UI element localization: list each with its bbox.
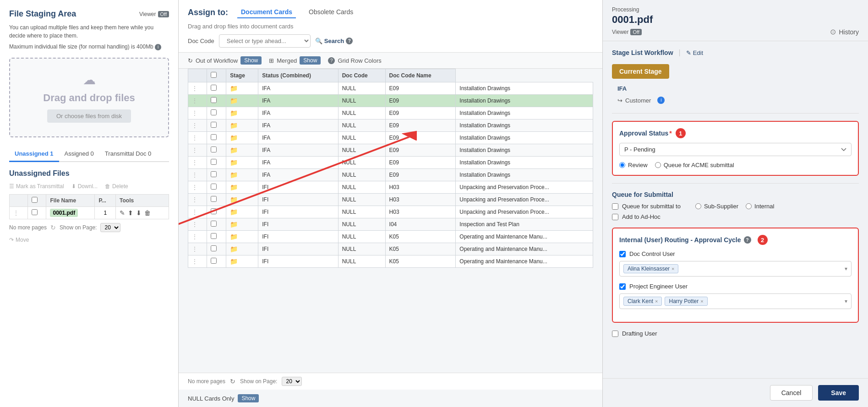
edit-workflow-button[interactable]: ✎ Edit — [686, 49, 703, 56]
tab-assigned[interactable]: Assigned 0 — [59, 147, 99, 162]
row-handle[interactable]: ⋮ — [188, 95, 207, 107]
radio-internal[interactable]: Internal — [746, 203, 774, 210]
show-on-page-select-table[interactable]: 20 — [282, 377, 302, 386]
row-handle[interactable]: ⋮ — [188, 132, 207, 144]
remove-harry[interactable]: × — [700, 298, 703, 304]
row-handle[interactable]: ⋮ — [188, 255, 207, 268]
choose-files-button[interactable]: Or choose files from disk — [47, 109, 131, 123]
out-of-workflow-show[interactable]: Show — [240, 56, 262, 65]
row-tools: ✎ ⬆ ⬇ 🗑 — [116, 207, 169, 219]
row-folder-icon: 📁 — [226, 231, 258, 243]
row-handle[interactable]: ⋮ — [188, 82, 207, 95]
queue-submittal-checkbox[interactable] — [612, 203, 618, 210]
row-handle[interactable]: ⋮ — [188, 107, 207, 119]
show-on-page-select[interactable]: 20 — [100, 223, 120, 232]
viewer-status-left[interactable]: Off — [158, 11, 169, 17]
remove-clark[interactable]: × — [655, 298, 658, 304]
doc-control-dropdown-arrow[interactable]: ▾ — [845, 266, 847, 272]
radio-queue-acme[interactable]: Queue for ACME submittal — [655, 162, 734, 168]
delete-button[interactable]: 🗑 Delete — [105, 183, 128, 190]
row-handle[interactable]: ⋮ — [188, 119, 207, 132]
row-doccode: E09 — [385, 107, 456, 119]
row-check[interactable] — [207, 243, 226, 255]
tab-document-cards[interactable]: Document Cards — [237, 6, 296, 18]
tab-unassigned[interactable]: Unassigned 1 — [9, 147, 59, 162]
row-handle[interactable]: ⋮ — [188, 194, 207, 206]
project-engineer-dropdown-arrow[interactable]: ▾ — [845, 298, 847, 304]
stage-info-icon[interactable]: i — [657, 97, 665, 104]
download-button[interactable]: ⬇ Downl... — [71, 183, 98, 190]
row-check[interactable] — [207, 169, 226, 181]
drafting-user-checkbox[interactable] — [612, 331, 618, 337]
row-check[interactable] — [207, 231, 226, 243]
radio-review[interactable]: Review — [619, 162, 648, 168]
row-check[interactable] — [207, 119, 226, 132]
row-handle[interactable]: ⋮ — [188, 243, 207, 255]
row-check[interactable] — [207, 194, 226, 206]
remove-alina[interactable]: × — [671, 266, 674, 271]
approval-status-select[interactable]: P - Pending A - Approved R - Rejected — [619, 143, 852, 156]
doc-control-checkbox[interactable] — [619, 251, 626, 257]
radio-review-input[interactable] — [619, 162, 625, 168]
row-check[interactable] — [207, 82, 226, 95]
routing-help-icon[interactable]: ? — [744, 236, 751, 244]
row-handle[interactable]: ⋮ — [188, 157, 207, 169]
middle-panel: Assign to: Document Cards Obsolete Cards… — [179, 0, 602, 407]
select-all-table[interactable] — [211, 72, 217, 78]
row-check[interactable] — [27, 207, 46, 219]
edit-file-icon[interactable]: ✎ — [120, 209, 125, 217]
adhoc-checkbox[interactable] — [612, 214, 618, 220]
approval-title: Approval Status * 1 — [619, 128, 852, 138]
row-check[interactable] — [207, 206, 226, 218]
refresh-icon[interactable]: ↻ — [50, 224, 56, 231]
checkbox-queue-submittal: Queue for submittal to Sub-Supplier Inte… — [612, 203, 859, 210]
mark-transmittal-button[interactable]: ☰ Mark as Transmittal — [9, 183, 64, 190]
row-check[interactable] — [207, 181, 226, 194]
download-file-icon[interactable]: ⬇ — [136, 209, 142, 217]
doc-code-select[interactable]: Select or type ahead... — [219, 34, 311, 48]
row-folder-icon: 📁 — [226, 206, 258, 218]
row-check[interactable] — [207, 95, 226, 107]
row-check[interactable] — [207, 107, 226, 119]
project-engineer-checkbox[interactable] — [619, 283, 626, 290]
drop-zone[interactable]: ☁ Drag and drop files Or choose files fr… — [9, 58, 169, 137]
user-tag-clark: Clark Kent × — [623, 297, 662, 306]
tab-obsolete-cards[interactable]: Obsolete Cards — [305, 6, 357, 18]
select-all-checkbox[interactable] — [32, 197, 38, 203]
file-table: File Name P... Tools ⋮ 0001.pdf 1 ✎ ⬆ ⬇ … — [9, 194, 169, 219]
cancel-button[interactable]: Cancel — [770, 385, 813, 401]
delete-file-icon[interactable]: 🗑 — [144, 209, 151, 217]
null-cards-row: NULL Cards Only Show — [179, 390, 602, 407]
upload-file-icon[interactable]: ⬆ — [128, 209, 133, 217]
viewer-status-right[interactable]: Off — [630, 29, 641, 35]
row-handle[interactable]: ⋮ — [10, 207, 28, 219]
history-button[interactable]: ⊙ History — [830, 27, 859, 36]
row-handle[interactable]: ⋮ — [188, 231, 207, 243]
row-check[interactable] — [207, 144, 226, 157]
radio-internal-input[interactable] — [746, 203, 752, 209]
tab-transmittal[interactable]: Transmittal Doc 0 — [99, 147, 157, 162]
row-check[interactable] — [207, 255, 226, 268]
move-button[interactable]: ↷ Move — [9, 237, 169, 243]
row-handle[interactable]: ⋮ — [188, 218, 207, 231]
row-handle[interactable]: ⋮ — [188, 169, 207, 181]
radio-sub-supplier[interactable]: Sub-Supplier — [695, 203, 738, 210]
row-check[interactable] — [207, 132, 226, 144]
merged-show[interactable]: Show — [300, 56, 321, 65]
row-stage: IFA — [258, 95, 338, 107]
doc-control-select-box[interactable]: Alina Kleinsasser × ▾ — [619, 261, 852, 277]
refresh-table-icon[interactable]: ↻ — [230, 378, 235, 385]
radio-sub-supplier-input[interactable] — [695, 203, 701, 209]
row-check[interactable] — [207, 218, 226, 231]
project-engineer-select-box[interactable]: Clark Kent × Harry Potter × ▾ — [619, 293, 852, 309]
row-handle[interactable]: ⋮ — [188, 181, 207, 194]
file-size-info: Maximum individual file size (for normal… — [9, 43, 169, 50]
search-button[interactable]: 🔍 Search ? — [315, 38, 353, 44]
row-handle[interactable]: ⋮ — [188, 144, 207, 157]
save-button[interactable]: Save — [818, 385, 859, 401]
row-handle[interactable]: ⋮ — [188, 206, 207, 218]
file-size-info-icon[interactable]: i — [155, 44, 161, 50]
radio-queue-acme-input[interactable] — [655, 162, 661, 168]
row-check[interactable] — [207, 157, 226, 169]
null-cards-show[interactable]: Show — [238, 394, 259, 402]
